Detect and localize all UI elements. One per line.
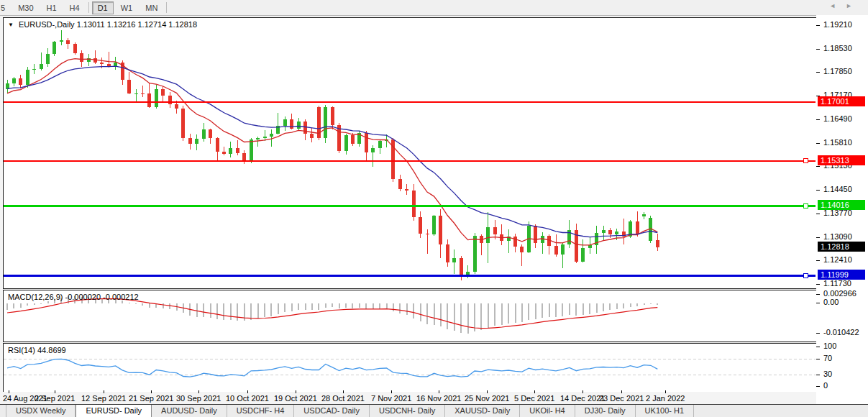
- ma-slow-line: [7, 66, 657, 237]
- chart-tab-bar: USDX WeeklyEURUSD- DailyAUDUSD- DailyUSD…: [0, 404, 868, 417]
- chart-tab-usdchf-h4[interactable]: USDCHF- H4: [227, 405, 295, 417]
- rsi-value: 44.8699: [37, 346, 66, 354]
- hline-handle-1.15313[interactable]: [803, 159, 808, 163]
- date-label: 12 Sep 2021: [81, 394, 126, 403]
- date-label: 2 Jan 2022: [646, 394, 685, 403]
- date-tick: [55, 390, 55, 393]
- hline-1.15313[interactable]: [4, 160, 816, 162]
- timeframe-button-5[interactable]: 5: [0, 1, 11, 14]
- macd-indicator-panel[interactable]: MACD(12,26,9) -0.000020 -0.000212: [3, 290, 818, 342]
- rsi-axis-tick: [816, 347, 820, 347]
- date-tick: [296, 390, 296, 393]
- tab-scroll-left-icon[interactable]: ◄: [829, 2, 846, 9]
- timeframe-button-w1[interactable]: W1: [115, 1, 139, 14]
- timeframe-button-m30[interactable]: M30: [12, 1, 39, 14]
- rsi-axis-tick: [816, 359, 820, 359]
- date-tick: [583, 390, 583, 393]
- date-label: 10 Oct 2021: [226, 394, 269, 403]
- price-axis-tick: [816, 25, 820, 26]
- chart-tab-dj30-daily[interactable]: DJ30- Daily: [575, 405, 636, 417]
- chart-tab-xauusd-daily[interactable]: XAUUSD- Daily: [445, 405, 520, 417]
- horizontal-lines[interactable]: [4, 101, 816, 278]
- macd-axis-label: 0.00: [823, 298, 839, 306]
- hline-1.17001[interactable]: [4, 101, 816, 103]
- price-axis-label: 1.14450: [823, 185, 852, 193]
- date-label: 25 Nov 2021: [465, 394, 509, 403]
- hline-1.14016[interactable]: [4, 205, 816, 207]
- date-tick: [534, 390, 535, 393]
- chart-title: ▼ EURUSD-,Daily 1.13011 1.13216 1.12714 …: [8, 20, 197, 29]
- rsi-label: RSI(14) 44.8699: [8, 346, 66, 354]
- date-tick: [621, 390, 622, 393]
- chart-tab-ukoil-h4[interactable]: UKOil- H4: [520, 405, 575, 417]
- timeframe-button-d1[interactable]: D1: [92, 1, 114, 14]
- mt4-window: 5M30H1H4D1W1MN ▼ EURUSD-,Daily 1.13011 1…: [0, 0, 868, 417]
- toolbar-separator: [88, 2, 89, 13]
- ma-fast-line: [7, 59, 657, 245]
- chart-ohlc-values: 1.13011 1.13216 1.12714 1.12818: [77, 20, 197, 29]
- date-tick: [151, 390, 152, 393]
- date-label: 30 Sep 2021: [176, 394, 221, 403]
- price-axis-label: 1.13090: [823, 232, 852, 241]
- chart-tab-eurusd-daily[interactable]: EURUSD- Daily: [76, 405, 152, 417]
- price-axis-label: 1.12410: [823, 255, 852, 264]
- hline-handle-1.14016[interactable]: [803, 203, 808, 208]
- macd-axis-tick: [816, 333, 820, 334]
- price-badge-1.17001: 1.17001: [818, 96, 865, 106]
- hline-handle-1.11999[interactable]: [803, 273, 808, 278]
- symbol-dropdown-icon[interactable]: ▼: [8, 22, 14, 28]
- date-tick: [487, 390, 488, 393]
- price-axis-tick: [816, 119, 820, 120]
- date-label: 28 Oct 2021: [321, 394, 365, 403]
- date-label: 16 Nov 2021: [416, 394, 461, 403]
- price-axis-tick: [816, 214, 820, 214]
- price-badge-1.11999: 1.11999: [818, 270, 865, 280]
- timeframe-button-mn[interactable]: MN: [140, 1, 163, 14]
- chart-tab-uk100-h1[interactable]: UK100- H1: [636, 405, 694, 417]
- date-label: 23 Dec 2021: [599, 394, 644, 403]
- price-axis-tick: [816, 49, 820, 50]
- current-price-badge: 1.12818: [818, 242, 865, 252]
- macd-label: MACD(12,26,9) -0.000020 -0.000212: [8, 293, 139, 301]
- chart-tab-audusd-daily[interactable]: AUDUSD- Daily: [152, 405, 227, 417]
- chart-tab-usdx-weekly[interactable]: USDX Weekly: [6, 405, 76, 417]
- rsi-indicator-panel[interactable]: RSI(14) 44.8699: [3, 343, 818, 394]
- date-label: 21 Sep 2021: [129, 394, 173, 403]
- price-axis-tick: [816, 190, 820, 191]
- toolbar-separator: [166, 2, 167, 13]
- price-axis-label: 1.18530: [823, 44, 852, 52]
- date-tick: [104, 390, 104, 393]
- price-axis[interactable]: 1.192101.185301.178501.171701.164901.158…: [816, 15, 868, 404]
- rsi-axis-label: 100: [823, 342, 836, 350]
- macd-axis-label: 0.002966: [823, 289, 856, 298]
- macd-axis-tick: [816, 294, 820, 295]
- timeframe-toolbar: 5M30H1H4D1W1MN: [0, 0, 868, 16]
- tab-scrollers: ◄►: [829, 2, 862, 9]
- price-axis-label: 1.16490: [823, 114, 852, 123]
- price-badge-1.15313: 1.15313: [818, 155, 865, 165]
- hline-1.11999[interactable]: [4, 275, 816, 277]
- chart-tab-usdcnh-daily[interactable]: USDCNH- Daily: [370, 405, 445, 417]
- date-tick: [665, 390, 666, 393]
- rsi-axis-tick: [816, 375, 820, 375]
- rsi-axis-label: 30: [823, 370, 832, 378]
- timeframe-button-h4[interactable]: H4: [64, 1, 86, 14]
- moving-averages: [7, 59, 657, 245]
- macd-histogram: [6, 296, 658, 334]
- price-axis-label: 1.17850: [823, 67, 852, 75]
- chart-tab-usdcad-daily[interactable]: USDCAD- Daily: [294, 405, 370, 417]
- date-tick: [391, 390, 392, 393]
- tab-scroll-right-icon[interactable]: ►: [846, 2, 862, 9]
- price-axis-tick: [816, 260, 820, 261]
- macd-signal-line: [7, 299, 657, 329]
- date-axis[interactable]: 24 Aug 20212 Sep 202112 Sep 202121 Sep 2…: [3, 392, 816, 404]
- date-label: 19 Oct 2021: [274, 394, 317, 403]
- price-axis-tick: [816, 237, 820, 238]
- price-chart-panel[interactable]: ▼ EURUSD-,Daily 1.13011 1.13216 1.12714 …: [3, 17, 818, 289]
- timeframe-button-h1[interactable]: H1: [41, 1, 63, 14]
- price-axis-label: 1.11730: [823, 279, 851, 288]
- date-tick: [198, 390, 199, 393]
- macd-values: -0.000020 -0.000212: [65, 293, 138, 301]
- price-axis-tick: [816, 72, 820, 73]
- price-axis-tick: [816, 143, 820, 144]
